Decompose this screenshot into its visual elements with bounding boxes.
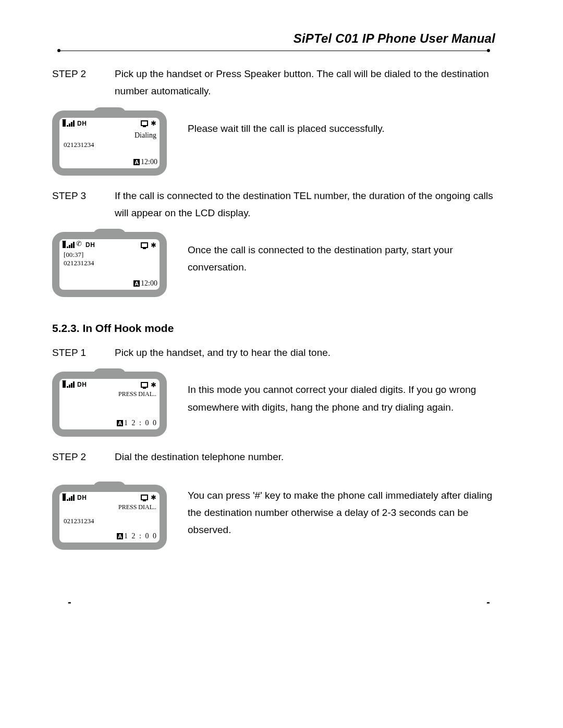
lcd-description: You can press '#' key to make the phone … (188, 482, 495, 539)
step-block: STEP 2 Pick up the handset or Press Spea… (52, 65, 495, 100)
lcd-display: DH Dialing 021231234 A12:00 (52, 110, 167, 176)
section-heading: 5.2.3. In Off Hook mode (52, 322, 495, 335)
dh-label: DH (77, 381, 87, 388)
lcd-description: Please wait till the call is placed succ… (188, 107, 495, 137)
gear-icon (150, 381, 156, 388)
lcd-display: DH [00:37] 021231234 A12:00 (52, 232, 167, 297)
lcd-clock: A1 2 : 0 0 (117, 532, 157, 540)
monitor-icon (141, 382, 148, 388)
lcd-description: Once the call is connected to the destin… (188, 229, 495, 276)
monitor-icon (141, 120, 148, 126)
lcd-prompt: PRESS DIAL.. (118, 503, 156, 511)
step-label: STEP 2 (52, 448, 115, 465)
lcd-number: 021231234 (64, 517, 94, 525)
segment-lcd1: DH Dialing 021231234 A12:00 Please wait … (52, 107, 495, 176)
lcd-prompt: PRESS DIAL.. (118, 390, 156, 398)
lcd-clock: A1 2 : 0 0 (117, 419, 157, 427)
step-text: Pick up the handset or Press Speaker but… (115, 65, 495, 100)
step-text: Pick up the handset, and try to hear the… (115, 344, 495, 361)
monitor-icon (141, 495, 148, 500)
footer-dash-left: - (68, 596, 71, 608)
dh-label: DH (77, 120, 87, 127)
gear-icon (150, 120, 156, 127)
step-label: STEP 2 (52, 65, 115, 82)
step-text: If the call is connected to the destinat… (115, 187, 495, 222)
step-block: STEP 1 Pick up the handset, and try to h… (52, 344, 495, 361)
step-label: STEP 1 (52, 344, 115, 361)
page-title: SiPTel C01 IP Phone User Manual (52, 31, 495, 46)
gear-icon (150, 495, 156, 501)
step-label: STEP 3 (52, 187, 115, 204)
signal-icon (63, 495, 75, 501)
footer-dash-right: - (486, 596, 490, 608)
signal-icon (63, 242, 75, 248)
handset-icon (77, 242, 83, 248)
footer: - - (68, 596, 490, 608)
step-block: STEP 2 Dial the destination telephone nu… (52, 448, 495, 465)
lcd-display: DH PRESS DIAL.. A1 2 : 0 0 (52, 372, 167, 437)
segment-lcd3: DH PRESS DIAL.. A1 2 : 0 0 In this mode … (52, 368, 495, 437)
page: SiPTel C01 IP Phone User Manual STEP 2 P… (0, 0, 563, 728)
lcd-status: Dialing (134, 131, 156, 140)
segment-lcd4: DH PRESS DIAL.. 021231234 A1 2 : 0 0 You… (52, 482, 495, 550)
lcd-number: 021231234 (64, 259, 94, 267)
signal-icon (63, 381, 75, 388)
step-text: Dial the destination telephone number. (115, 448, 495, 465)
header-rule (57, 50, 490, 52)
lcd-duration: [00:37] (64, 251, 83, 259)
lcd-clock: A12:00 (133, 158, 157, 166)
step-block: STEP 3 If the call is connected to the d… (52, 187, 495, 222)
lcd-description: In this mode you cannot correct your dia… (188, 368, 495, 416)
signal-icon (63, 120, 75, 127)
lcd-display: DH PRESS DIAL.. 021231234 A1 2 : 0 0 (52, 485, 167, 550)
segment-lcd2: DH [00:37] 021231234 A12:00 Once the cal… (52, 229, 495, 297)
dh-label: DH (77, 494, 87, 501)
lcd-number: 021231234 (64, 141, 94, 149)
gear-icon (150, 242, 156, 248)
dh-label: DH (85, 241, 95, 249)
monitor-icon (141, 242, 148, 248)
lcd-clock: A12:00 (133, 279, 157, 288)
